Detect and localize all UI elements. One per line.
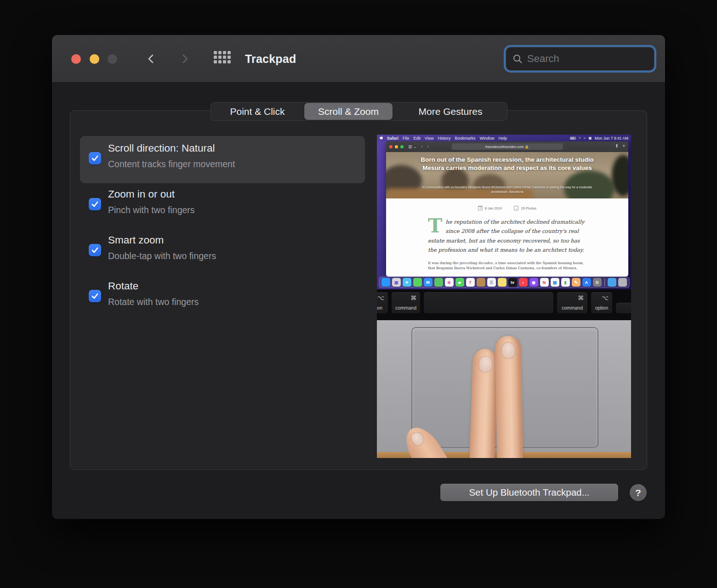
titlebar: Trackpad [52,35,665,83]
demo-menu-bookmarks: Bookmarks [455,136,475,141]
show-all-icon[interactable] [214,51,230,67]
demo-url-field: freundevonfreunden.com 🔒 [451,143,563,150]
setting-row-scroll-direction-natural[interactable]: Scroll direction: NaturalContent tracks … [80,136,365,183]
setting-title: Rotate [108,280,138,292]
setting-subtitle: Double-tap with two fingers [108,251,216,261]
demo-menu-edit: Edit [414,136,421,141]
search-icon [512,54,523,64]
forward-button[interactable] [180,54,190,64]
reminders-dock-icon: ☰ [487,278,496,287]
demo-newtab-icon: + [622,143,625,148]
demo-back-icon: ‹ [421,145,423,149]
demo-menu-view: View [425,136,433,141]
page-title: Trackpad [245,52,296,66]
demo-menu-file: File [403,136,410,141]
music-dock-icon: ♪ [519,278,528,287]
setting-subtitle: Rotate with two fingers [108,297,199,307]
notes-dock-icon [498,278,506,287]
keynote-dock-icon: ▤ [551,278,559,287]
help-button[interactable]: ? [630,484,647,501]
mail-dock-icon: ✉ [424,278,432,287]
safari-dock-icon: ✦ [403,278,411,287]
close-button[interactable] [71,54,81,64]
demo-hero-image: Born out of the Spanish recession, the a… [386,152,628,198]
setting-subtitle: Pinch with two fingers [108,205,195,215]
setting-title: Smart zoom [108,234,164,246]
minimize-button[interactable] [90,54,99,64]
demo-url-text: freundevonfreunden.com [485,145,524,149]
demo-article-headline: Born out of the Spanish recession, the a… [410,156,604,172]
search-input[interactable] [527,53,648,65]
setting-row-zoom-in-or-out[interactable]: Zoom in or outPinch with two fingers [80,182,365,229]
downloads-folder-dock-icon [608,278,616,287]
gesture-demo-video[interactable]: SafariFileEditViewHistoryBookmarksWindow… [377,135,631,458]
demo-safari-window: ▥ ⌄ ‹ › freundevonfreunden.com 🔒 ⬆ + [386,141,628,277]
trackpad-preferences-window: Trackpad Point & ClickScroll & ZoomMore … [52,35,665,519]
podcasts-dock-icon: ◉ [529,278,538,287]
demo-menu-safari: Safari [387,136,398,141]
finder-dock-icon [381,278,390,287]
demo-trackpad-area [377,320,631,458]
demo-zoom-dot [400,145,404,148]
numbers-dock-icon: ▮ [561,278,570,287]
zoom-button [108,54,117,64]
demo-option-key-right: ⌥ option [591,292,612,313]
search-field[interactable] [506,47,654,71]
demo-safari-toolbar: ▥ ⌄ ‹ › freundevonfreunden.com 🔒 ⬆ + [386,141,628,152]
spotlight-icon: ⌕ [584,136,586,140]
demo-paragraph-2: It was during the preceding decades, a t… [428,260,586,271]
setting-title: Scroll direction: Natural [108,142,215,154]
gesture-settings-list: Scroll direction: NaturalContent tracks … [80,136,365,329]
demo-forward-icon: › [427,145,429,149]
demo-option-key-left: ⌥ ion [377,292,388,313]
books-dock-icon [477,278,485,287]
demo-article-page: 8 8 Jan 2019 ▵ 15 Photos T he reputation… [386,198,628,277]
demo-middle-finger [495,336,523,458]
demo-minimize-dot [395,145,398,148]
demo-menu-help: Help [498,136,507,141]
demo-menu-window: Window [479,136,494,141]
setting-row-rotate[interactable]: RotateRotate with two fingers [80,274,365,321]
back-button[interactable] [146,54,156,64]
launchpad-dock-icon: ▦ [392,278,401,287]
apple-logo-icon [380,136,383,140]
trash-dock-icon [618,278,627,287]
checkbox-checked[interactable] [89,152,101,164]
demo-dock: ▦✦✉❀▰7☰tv♪◉N▤▮✎A⚙ [379,277,630,288]
demo-command-key-left: ⌘ command [392,292,420,313]
facetime-dock-icon: ▰ [455,278,464,287]
checkbox-checked[interactable] [89,244,101,256]
demo-dropcap: T [428,218,442,234]
demo-close-dot [389,145,393,148]
apple-tv-dock-icon: tv [508,278,517,287]
demo-share-icon: ⬆ [615,143,619,148]
setting-subtitle: Content tracks finger movement [108,159,235,170]
calendar-dock-icon: 7 [466,278,475,287]
tab-scroll-zoom[interactable]: Scroll & Zoom [304,103,393,120]
setting-row-smart-zoom[interactable]: Smart zoomDouble-tap with two fingers [80,228,365,275]
setup-bluetooth-trackpad-button[interactable]: Set Up Bluetooth Trackpad... [440,484,618,501]
tab-point-click[interactable]: Point & Click [211,102,304,120]
setting-title: Zoom in or out [108,188,175,200]
demo-sidebar-icon: ▥ ⌄ [408,145,417,149]
wifi-icon: ⌾ [579,136,581,140]
demo-spacebar-key [424,292,553,313]
checkbox-checked[interactable] [89,198,101,210]
messages-dock-icon [413,278,422,287]
demo-arrow-key [616,303,631,313]
maps-dock-icon [434,278,443,287]
control-center-icon: ▣ [588,136,592,140]
demo-photos-badge: ▵ 15 Photos [514,206,536,210]
demo-article-subheadline: In conversation with co-founders Benjami… [415,185,599,194]
app-store-dock-icon: A [582,278,591,287]
demo-menu-history: History [438,136,450,141]
photos-dock-icon: ❀ [445,278,454,287]
checkbox-checked[interactable] [89,290,101,302]
demo-keyboard: ⌥ ion ⌘ command ⌘ command ⌥ option [377,289,631,320]
system-preferences-dock-icon: ⚙ [593,278,602,287]
news-dock-icon: N [540,278,549,287]
demo-date-badge: 8 8 Jan 2019 [478,206,502,210]
tab-more-gestures[interactable]: More Gestures [393,102,508,120]
demo-desktop: ▥ ⌄ ‹ › freundevonfreunden.com 🔒 ⬆ + [377,141,631,289]
demo-paragraph: he reputation of the architect declined … [428,219,584,253]
